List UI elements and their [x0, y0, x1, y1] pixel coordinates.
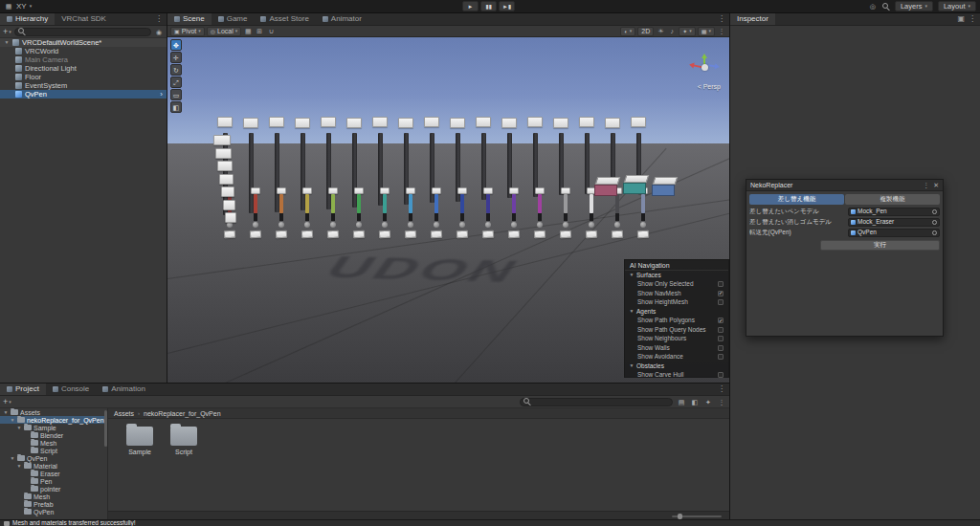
object-picker-icon[interactable]	[932, 220, 937, 225]
project-tree-item[interactable]: ▼QvPen	[0, 454, 107, 462]
lighting-toggle-icon[interactable]: ☀	[656, 27, 665, 36]
tab-game[interactable]: Game	[212, 13, 255, 25]
checkbox[interactable]	[718, 372, 724, 378]
z-axis-handle[interactable]	[708, 64, 718, 67]
tab-console[interactable]: Console	[46, 384, 96, 395]
project-tree-item[interactable]: Eraser	[0, 470, 107, 477]
effects-dropdown[interactable]: ✦▾	[679, 27, 696, 36]
ainav-section-header[interactable]: ▼Surfaces	[625, 271, 728, 280]
breadcrumb-current[interactable]: nekoReplacer_for_QvPen	[144, 410, 221, 417]
project-search[interactable]	[520, 398, 673, 406]
tab-project[interactable]: Project	[0, 384, 46, 395]
x-axis-handle[interactable]	[691, 64, 702, 68]
checkbox[interactable]	[718, 281, 724, 287]
panel-menu-icon[interactable]: ⋮	[155, 15, 163, 23]
audio-toggle-icon[interactable]: ♪	[667, 27, 677, 36]
breadcrumb-root[interactable]: Assets	[114, 410, 134, 417]
checkbox[interactable]	[718, 299, 724, 305]
hierarchy-search-input[interactable]	[28, 28, 147, 35]
tab-animation[interactable]: Animation	[96, 384, 152, 395]
lock-icon[interactable]: ▣	[957, 15, 965, 23]
window-menu-icon[interactable]: ⋮	[923, 182, 929, 188]
project-tree-item[interactable]: pointer	[0, 485, 107, 493]
snap-toggle-icon[interactable]: ∪	[266, 27, 276, 36]
pause-button[interactable]: ▮▮	[480, 1, 497, 11]
prefab-open-arrow[interactable]: ›	[160, 91, 167, 99]
status-bar[interactable]: Mesh and materials transferred successfu…	[0, 519, 980, 526]
project-tree-item[interactable]: Prefab	[0, 500, 107, 508]
project-tree-item[interactable]: ▼Sample	[0, 424, 107, 431]
layers-dropdown[interactable]: Layers ▾	[895, 1, 933, 11]
folder-tile[interactable]: Script	[166, 427, 202, 455]
scene-menu-icon[interactable]: ⋮	[717, 27, 726, 36]
hierarchy-item[interactable]: QvPen›	[0, 90, 167, 99]
folder-tile[interactable]: Sample	[122, 427, 158, 455]
hierarchy-item[interactable]: Floor	[0, 73, 167, 81]
foldout-icon[interactable]: ▼	[16, 426, 22, 430]
foldout-icon[interactable]: ▼	[10, 456, 15, 461]
foldout-icon[interactable]: ▼	[10, 418, 15, 423]
ainav-section-header[interactable]: ▼Obstacles	[625, 362, 728, 371]
ainav-section-header[interactable]: ▼Agents	[625, 307, 728, 317]
hierarchy-item[interactable]: Directional Light	[0, 64, 167, 73]
account-menu[interactable]: XY	[16, 3, 27, 11]
object-field[interactable]: QvPen	[848, 229, 940, 237]
tab-replace-function[interactable]: 差し替え機能	[749, 194, 844, 205]
rect-tool-icon[interactable]: ▭	[170, 89, 182, 100]
draw-mode-dropdown[interactable]: ◐▾	[620, 27, 635, 36]
add-gameobject-button[interactable]: +▾	[3, 28, 11, 36]
checkbox[interactable]	[718, 345, 724, 351]
tab-duplicate-function[interactable]: 複製機能	[845, 194, 940, 205]
project-tree-item[interactable]: ▼Material	[0, 462, 107, 470]
snap-increment-icon[interactable]: ⊞	[255, 27, 264, 36]
filter-by-label-icon[interactable]: ◧	[690, 397, 700, 406]
tab-vrchat-sdk[interactable]: VRChat SDK	[55, 13, 113, 25]
gizmo-center[interactable]	[702, 64, 708, 71]
panel-menu-icon[interactable]: ⋮	[718, 15, 725, 23]
scene-viewport[interactable]: UDON ✥✛↻⤢▭◧ < Persp AI Navigation ▼Surfa…	[167, 37, 729, 383]
checkbox[interactable]: ✓	[718, 291, 724, 296]
checkbox[interactable]: ✓	[718, 318, 724, 323]
nekoreplacer-titlebar[interactable]: NekoReplacer ⋮ ✕	[746, 180, 943, 191]
project-tree-item[interactable]: Mesh	[0, 439, 107, 447]
project-tree-item[interactable]: ▼Assets	[0, 408, 107, 416]
pivot-dropdown[interactable]: ▣ Pivot ▾	[170, 27, 205, 36]
panel-menu-icon[interactable]: ⋮	[969, 15, 976, 23]
grid-visibility-dropdown[interactable]: ▦▾	[698, 27, 715, 36]
hierarchy-item[interactable]: Main Camera	[0, 55, 167, 64]
execute-button[interactable]: 実行	[820, 240, 940, 251]
scene-visibility-icon[interactable]: ◉	[154, 27, 164, 36]
project-tree-item[interactable]: Pen	[0, 477, 107, 485]
object-field[interactable]: Mock_Pen	[848, 208, 940, 216]
object-picker-icon[interactable]	[932, 209, 937, 214]
tab-inspector[interactable]: Inspector	[730, 13, 775, 25]
project-tree-item[interactable]: Script	[0, 447, 107, 454]
transform-tool-icon[interactable]: ◧	[170, 101, 182, 113]
grid-snapping-icon[interactable]: ▦	[243, 27, 253, 36]
orientation-gizmo[interactable]	[690, 53, 719, 81]
play-button[interactable]: ►	[462, 1, 479, 11]
project-tree-item[interactable]: Blender	[0, 431, 107, 439]
checkbox[interactable]	[718, 336, 724, 341]
object-picker-icon[interactable]	[932, 230, 937, 235]
foldout-icon[interactable]: ▼	[3, 410, 9, 415]
tab-animator[interactable]: Animator	[316, 13, 368, 25]
hierarchy-item[interactable]: EventSystem	[0, 81, 167, 90]
grid-icon[interactable]: ▦	[4, 2, 13, 11]
view-tool-icon[interactable]: ✥	[170, 39, 182, 51]
favorites-icon[interactable]: ✦	[703, 397, 713, 406]
tab-scene[interactable]: Scene	[167, 13, 212, 25]
panel-menu-icon[interactable]: ⋮	[717, 397, 726, 406]
foldout-icon[interactable]: ▼	[16, 464, 22, 469]
checkbox[interactable]	[718, 327, 724, 333]
slider-knob[interactable]	[678, 514, 682, 519]
tab-hierarchy[interactable]: Hierarchy	[0, 13, 55, 25]
close-icon[interactable]: ✕	[933, 182, 939, 188]
2d-toggle[interactable]: 2D	[637, 27, 654, 36]
project-tree-item[interactable]: ▼nekoReplacer_for_QvPen	[0, 416, 107, 424]
search-icon[interactable]	[882, 3, 890, 11]
project-tree-item[interactable]: QvPen	[0, 508, 107, 515]
project-search-input[interactable]	[533, 398, 669, 405]
project-tree-item[interactable]: Mesh	[0, 493, 107, 500]
hierarchy-search[interactable]	[14, 28, 151, 36]
